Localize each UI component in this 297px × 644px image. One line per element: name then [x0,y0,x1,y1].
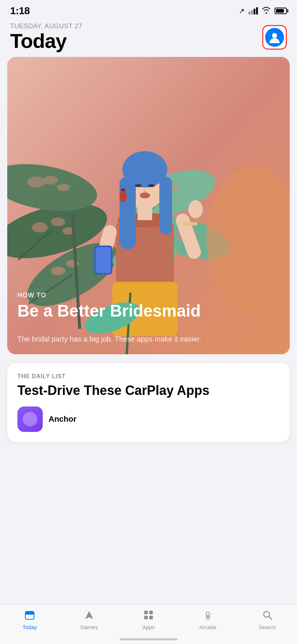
tab-search[interactable]: Search [246,610,289,630]
status-bar: 1:18 ↗ [0,0,297,20]
svg-rect-32 [127,160,163,173]
tab-search-label: Search [259,624,276,630]
main-content: HOW TO Be a Better Bridesmaid The bridal… [0,57,297,494]
tab-arcade-label: Arcade [199,624,217,630]
svg-rect-52 [144,616,148,619]
tab-games-label: Games [80,624,98,630]
svg-point-33 [135,184,142,187]
svg-line-58 [269,616,272,619]
status-time: 1:18 [10,5,30,17]
search-icon [262,610,273,622]
header-title: Today [10,31,82,51]
svg-rect-51 [149,611,153,614]
app-icon [17,406,43,432]
status-icons: ↗ [239,7,287,16]
svg-point-14 [57,184,70,191]
app-name: Anchor [49,414,76,424]
svg-point-8 [32,222,48,232]
svg-point-42 [188,200,203,218]
svg-point-0 [272,33,277,38]
wifi-icon [262,7,271,16]
hero-card[interactable]: HOW TO Be a Better Bridesmaid The bridal… [7,57,290,354]
battery-icon [275,8,287,14]
svg-point-54 [206,612,210,616]
daily-list-card[interactable]: THE DAILY LIST Test-Drive These CarPlay … [7,363,290,442]
account-button[interactable] [262,25,287,50]
svg-rect-50 [144,611,148,614]
svg-rect-43 [183,222,197,226]
tab-apps[interactable]: Apps [127,610,170,630]
svg-rect-30 [120,177,136,249]
home-indicator [120,638,177,640]
tab-today[interactable]: Today [8,610,51,630]
header: Tuesday, August 27 Today [0,20,297,57]
hero-subtitle: The bridal party has a big job. These ap… [17,334,280,344]
daily-eyebrow: THE DAILY LIST [17,373,280,380]
tab-apps-label: Apps [142,624,155,630]
svg-point-13 [43,176,58,185]
svg-rect-49 [25,613,34,615]
app-item[interactable]: Anchor [17,406,280,432]
tab-games[interactable]: Games [67,610,111,630]
account-avatar [265,28,284,47]
apps-icon [143,610,154,622]
today-icon [24,610,35,622]
svg-point-37 [120,191,127,202]
header-date: Tuesday, August 27 [10,22,82,30]
svg-rect-31 [159,177,172,235]
svg-point-12 [27,177,45,187]
tab-today-label: Today [22,624,37,630]
signal-icon [248,7,258,15]
games-icon [84,610,95,622]
location-icon: ↗ [239,7,245,15]
svg-point-9 [51,218,65,226]
svg-point-34 [148,184,155,187]
arcade-icon [202,610,213,622]
person-icon [268,31,281,44]
hero-eyebrow: HOW TO [17,292,280,299]
hero-text-overlay: HOW TO Be a Better Bridesmaid The bridal… [7,281,290,354]
svg-point-4 [51,267,65,275]
svg-rect-53 [149,616,153,619]
daily-title: Test-Drive These CarPlay Apps [17,383,280,398]
hero-title: Be a Better Bridesmaid [17,302,280,319]
tab-arcade[interactable]: Arcade [186,610,230,630]
svg-point-35 [140,193,150,198]
svg-rect-40 [96,247,111,273]
